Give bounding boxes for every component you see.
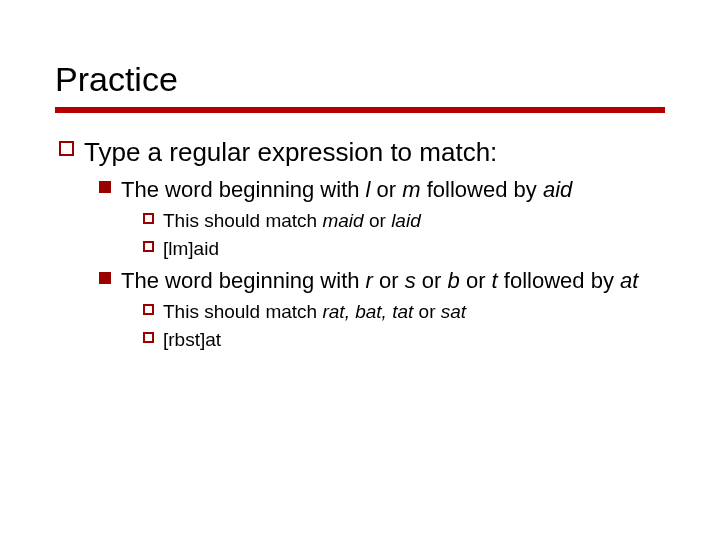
bullet-text: The word beginning with l or m followed … [121, 175, 665, 204]
bullet-text: This should match maid or laid [163, 208, 665, 233]
square-open-icon [143, 213, 154, 224]
bullet-text: This should match rat, bat, tat or sat [163, 299, 665, 324]
square-open-icon [143, 304, 154, 315]
bullet-text: The word beginning with r or s or b or t… [121, 266, 665, 295]
bullet-text: Type a regular expression to match: [84, 135, 665, 169]
bullet-level1: Type a regular expression to match: [59, 135, 665, 169]
bullet-level2: The word beginning with l or m followed … [99, 175, 665, 204]
bullet-level3: This should match maid or laid [143, 208, 665, 233]
bullet-text: [lm]aid [163, 236, 665, 261]
slide-title: Practice [55, 60, 665, 99]
square-filled-icon [99, 272, 111, 284]
square-filled-icon [99, 181, 111, 193]
square-open-icon [59, 141, 74, 156]
square-open-icon [143, 241, 154, 252]
bullet-text: [rbst]at [163, 327, 665, 352]
bullet-level3: [lm]aid [143, 236, 665, 261]
bullet-level3: [rbst]at [143, 327, 665, 352]
square-open-icon [143, 332, 154, 343]
slide: Practice Type a regular expression to ma… [0, 0, 720, 540]
bullet-level2: The word beginning with r or s or b or t… [99, 266, 665, 295]
bullet-level3: This should match rat, bat, tat or sat [143, 299, 665, 324]
divider-icon [55, 107, 665, 113]
